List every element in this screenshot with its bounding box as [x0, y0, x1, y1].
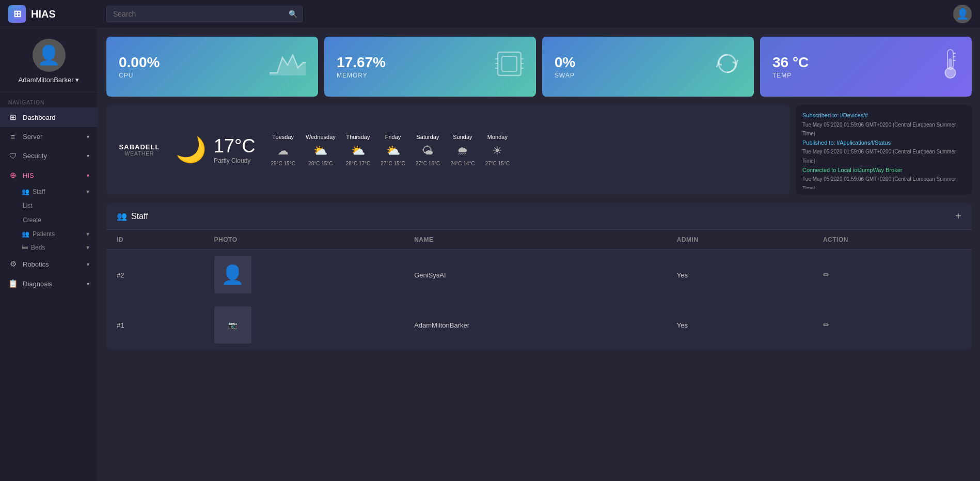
staff-id: #2: [106, 250, 204, 300]
staff-add-button[interactable]: +: [955, 210, 961, 222]
memory-icon: [495, 50, 524, 84]
search-input[interactable]: [106, 6, 303, 22]
stat-card-memory: 17.67% MEMORY: [324, 37, 536, 97]
diagnosis-icon: 📋: [8, 279, 18, 288]
staff-card: 👥 Staff + ID PHOTO NAME ADMIN ACTION: [106, 203, 972, 350]
weather-log-row: SABADELL WEATHER 🌙 17°C Partly Cloudy Tu…: [106, 105, 972, 195]
svg-rect-10: [949, 58, 952, 68]
temp-label: TEMP: [772, 72, 809, 79]
sidebar-staff-create[interactable]: Create: [0, 213, 98, 227]
robotics-icon: ⚙: [8, 259, 18, 269]
col-name: NAME: [404, 230, 667, 250]
staff-photo-cell: 📷: [204, 300, 404, 350]
sidebar-beds-group[interactable]: 🛏 Beds ▾: [0, 241, 98, 254]
staff-table-header: ID PHOTO NAME ADMIN ACTION: [106, 230, 972, 250]
forecast-day: Wednesday ⛅ 28°C 15°C: [306, 134, 336, 166]
topnav-right: 👤: [953, 5, 972, 23]
sidebar-patients-group[interactable]: 👥 Patients ▾: [0, 227, 98, 241]
forecast-day: Friday ⛅ 27°C 15°C: [381, 134, 405, 166]
avatar-top[interactable]: 👤: [953, 5, 972, 23]
weather-current: 🌙 17°C Partly Cloudy: [176, 135, 255, 164]
sidebar-item-his[interactable]: ⊕ HIS ▾: [0, 165, 98, 185]
shield-icon: 🛡: [8, 151, 18, 160]
svg-point-11: [945, 68, 956, 78]
weather-current-temp: 17°C: [214, 135, 255, 157]
server-icon: ≡: [8, 132, 18, 141]
log-entry: Published to: l/Applications/l/Status: [802, 138, 963, 148]
svg-rect-2: [502, 56, 517, 71]
sidebar: 👤 AdamMiltonBarker ▾ NAVIGATION ⊞ Dashbo…: [0, 28, 98, 481]
patients-icon: 👥: [22, 230, 29, 238]
weather-card: SABADELL WEATHER 🌙 17°C Partly Cloudy Tu…: [106, 105, 790, 195]
staff-action: ✏: [813, 250, 972, 300]
temp-value: 36 °C: [772, 54, 809, 71]
memory-label: MEMORY: [337, 72, 386, 79]
svg-rect-1: [498, 52, 521, 75]
chevron-down-icon: ▾: [86, 230, 89, 238]
chevron-down-icon: ▾: [87, 134, 89, 139]
beds-icon: 🛏: [22, 244, 28, 251]
app-title: HIAS: [31, 8, 56, 20]
swap-label: SWAP: [555, 72, 575, 79]
forecast-day: Saturday 🌤 27°C 16°C: [416, 134, 440, 166]
chevron-down-icon: ▾: [86, 244, 89, 251]
staff-name: AdamMiltonBarker: [404, 300, 667, 350]
memory-value: 17.67%: [337, 54, 386, 71]
log-card: Subscribed to: l/Devices/#Tue May 05 202…: [796, 105, 972, 195]
swap-value: 0%: [555, 54, 575, 71]
staff-table: ID PHOTO NAME ADMIN ACTION #2 👤 GeniSysA…: [106, 230, 972, 350]
staff-photo: 📷: [214, 306, 251, 344]
sidebar-item-server[interactable]: ≡ Server ▾: [0, 127, 98, 146]
log-link[interactable]: Subscribed to: l/Devices/#: [802, 112, 868, 118]
forecast-day: Thursday ⛅ 28°C 17°C: [346, 134, 370, 166]
staff-action: ✏: [813, 300, 972, 350]
log-link[interactable]: Published to: l/Applications/l/Status: [802, 139, 891, 146]
logo-area: ⊞ HIAS: [8, 5, 106, 23]
chevron-down-icon: ▾: [87, 153, 89, 159]
search-bar: 🔍: [106, 6, 303, 22]
nav-label: NAVIGATION: [0, 92, 98, 107]
log-entry: Tue May 05 2020 01:59:06 GMT+0200 (Centr…: [802, 120, 963, 138]
weather-section-label: WEATHER: [119, 151, 160, 157]
stat-cards: 0.00% CPU 17.67% MEMORY: [106, 37, 972, 97]
sidebar-item-dashboard[interactable]: ⊞ Dashboard: [0, 107, 98, 127]
staff-photo-cell: 👤: [204, 250, 404, 300]
staff-id: #1: [106, 300, 204, 350]
weather-location: SABADELL WEATHER: [119, 143, 160, 157]
sidebar-staff-list[interactable]: List: [0, 198, 98, 213]
staff-header: 👥 Staff +: [106, 203, 972, 230]
logo-icon: ⊞: [8, 5, 26, 23]
avatar: 👤: [33, 39, 66, 72]
search-icon: 🔍: [289, 10, 297, 18]
edit-icon[interactable]: ✏: [823, 320, 830, 329]
sidebar-staff-group[interactable]: 👥 Staff ▾: [0, 185, 98, 198]
col-photo: PHOTO: [204, 230, 404, 250]
chevron-down-icon: ▾: [87, 281, 89, 287]
sidebar-user: 👤 AdamMiltonBarker ▾: [0, 28, 98, 92]
staff-table-body: #2 👤 GeniSysAI Yes ✏ #1 📷 AdamMiltonBark…: [106, 250, 972, 350]
temp-icon: [941, 47, 959, 86]
forecast-day: Tuesday ☁ 29°C 15°C: [271, 134, 295, 166]
his-icon: ⊕: [8, 170, 18, 180]
weather-current-icon: 🌙: [176, 135, 207, 164]
staff-admin: Yes: [667, 250, 813, 300]
sidebar-item-security[interactable]: 🛡 Security ▾: [0, 146, 98, 165]
table-row: #2 👤 GeniSysAI Yes ✏: [106, 250, 972, 300]
sidebar-item-robotics[interactable]: ⚙ Robotics ▾: [0, 254, 98, 274]
cpu-value: 0.00%: [119, 54, 160, 71]
main-layout: 👤 AdamMiltonBarker ▾ NAVIGATION ⊞ Dashbo…: [0, 28, 980, 481]
staff-admin: Yes: [667, 300, 813, 350]
stat-card-swap: 0% SWAP: [542, 37, 754, 97]
chevron-down-icon: ▾: [86, 188, 89, 195]
forecast-day: Sunday 🌧 24°C 14°C: [450, 134, 475, 166]
weather-city: SABADELL: [119, 143, 160, 151]
log-scroll[interactable]: Subscribed to: l/Devices/#Tue May 05 202…: [802, 111, 966, 189]
forecast-day: Monday ☀ 27°C 15°C: [485, 134, 510, 166]
weather-forecast: Tuesday ☁ 29°C 15°C Wednesday ⛅ 28°C 15°…: [271, 134, 510, 166]
edit-icon[interactable]: ✏: [823, 270, 830, 279]
user-name[interactable]: AdamMiltonBarker ▾: [19, 76, 80, 84]
col-action: ACTION: [813, 230, 972, 250]
log-link-green[interactable]: Connected to Local iotJumpWay Broker: [802, 167, 902, 173]
cpu-icon: [270, 52, 306, 81]
sidebar-item-diagnosis[interactable]: 📋 Diagnosis ▾: [0, 274, 98, 293]
